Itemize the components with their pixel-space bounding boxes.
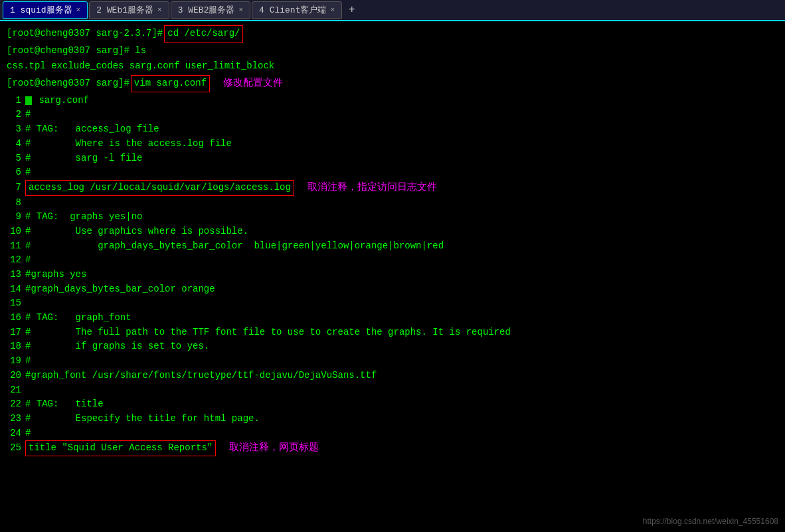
tab-3-label: 3 WEB2服务器: [178, 4, 235, 16]
vim-line-25: 25 title "Squid User Access Reports" 取消注…: [7, 440, 778, 456]
ln-3: 3: [7, 122, 25, 137]
lc-18: # if graphs is set to yes.: [25, 339, 209, 354]
lc-5: # sarg -l file: [25, 151, 142, 166]
ln-1: 1: [7, 94, 25, 108]
vim-line-24: 24 #: [7, 426, 778, 441]
prompt-line-1: [root@cheng0307 sarg-2.3.7]# cd /etc/sar…: [7, 25, 778, 43]
lc-20: #graph_font /usr/share/fonts/truetype/tt…: [25, 369, 377, 383]
tab-3-web2[interactable]: 3 WEB2服务器 ×: [171, 1, 250, 19]
cmd-box-1: cd /etc/sarg/: [164, 25, 243, 43]
vim-line-18: 18 # if graphs is set to yes.: [7, 339, 778, 354]
ln-13: 13: [7, 268, 25, 282]
ln-18: 18: [7, 339, 25, 354]
ln-23: 23: [7, 412, 25, 426]
lc-11: # graph_days_bytes_bar_color blue|green|…: [25, 239, 444, 254]
lc-3: # TAG: access_log file: [25, 122, 159, 137]
ln-21: 21: [7, 383, 25, 398]
lc-14: #graph_days_bytes_bar_color orange: [25, 282, 215, 297]
vim-line-17: 17 # The full path to the TTF font file …: [7, 325, 778, 340]
lc-12: #: [25, 253, 31, 268]
lc-17: # The full path to the TTF font file to …: [25, 325, 511, 340]
prompt-line-2: [root@cheng0307 sarg]# ls: [7, 44, 778, 58]
tab-1-close[interactable]: ×: [76, 6, 81, 14]
lc-7: access_log /usr/local/squid/var/logs/acc…: [25, 180, 294, 196]
ln-7: 7: [7, 181, 25, 195]
prompt-1: [root@cheng0307 sarg-2.3.7]#: [7, 27, 163, 41]
vim-line-8: 8: [7, 196, 778, 211]
prompt-2: [root@cheng0307 sarg]# ls: [7, 44, 146, 58]
vim-line-9: 9 # TAG: graphs yes|no: [7, 210, 778, 224]
tab-2-web1[interactable]: 2 WEb1服务器 ×: [89, 1, 169, 19]
vim-line-1: 1 sarg.conf: [7, 94, 778, 108]
tab-4-client[interactable]: 4 Client客户端 ×: [252, 1, 342, 19]
vim-line-13: 13 #graphs yes: [7, 268, 778, 282]
ln-4: 4: [7, 137, 25, 151]
lc-19: #: [25, 354, 31, 369]
vim-line-3: 3 # TAG: access_log file: [7, 122, 778, 137]
tab-4-label: 4 Client客户端: [259, 4, 326, 16]
vim-line-20: 20 #graph_font /usr/share/fonts/truetype…: [7, 369, 778, 383]
lc-13: #graphs yes: [25, 268, 86, 282]
ln-17: 17: [7, 325, 25, 340]
vim-line-12: 12 #: [7, 253, 778, 268]
vim-line-21: 21: [7, 383, 778, 398]
ln-15: 15: [7, 296, 25, 311]
annotation-vim: 修改配置文件: [223, 76, 283, 91]
ln-9: 9: [7, 210, 25, 224]
ln-14: 14: [7, 282, 25, 297]
ln-16: 16: [7, 311, 25, 325]
lc-1: sarg.conf: [25, 94, 89, 108]
tab-1-label: 1 squid服务器: [10, 4, 72, 16]
tab-1-squid[interactable]: 1 squid服务器 ×: [3, 1, 88, 19]
vim-line-5: 5 # sarg -l file: [7, 151, 778, 166]
lc-24: #: [25, 426, 31, 441]
annotation-line7: 取消注释，指定访问日志文件: [307, 180, 437, 195]
vim-line-15: 15: [7, 296, 778, 311]
ln-10: 10: [7, 224, 25, 239]
vim-line-4: 4 # Where is the access.log file: [7, 137, 778, 151]
ln-2: 2: [7, 108, 25, 122]
tab-bar: 1 squid服务器 × 2 WEb1服务器 × 3 WEB2服务器 × 4 C…: [0, 0, 785, 21]
vim-line-16: 16 # TAG: graph_font: [7, 311, 778, 325]
ln-24: 24: [7, 426, 25, 441]
tab-4-close[interactable]: ×: [330, 6, 335, 14]
vim-line-6: 6 #: [7, 165, 778, 180]
vim-line-2: 2 #: [7, 108, 778, 122]
ln-22: 22: [7, 397, 25, 412]
ln-6: 6: [7, 165, 25, 180]
ln-5: 5: [7, 151, 25, 166]
tab-2-close[interactable]: ×: [157, 6, 162, 14]
ln-8: 8: [7, 196, 25, 211]
tab-add-button[interactable]: +: [343, 4, 361, 16]
vim-line-14: 14 #graph_days_bytes_bar_color orange: [7, 282, 778, 297]
vim-line-23: 23 # Especify the title for html page.: [7, 412, 778, 426]
vim-line-7: 7 access_log /usr/local/squid/var/logs/a…: [7, 180, 778, 196]
file-list-text: css.tpl exclude_codes sarg.conf user_lim…: [7, 59, 274, 74]
watermark: https://blog.csdn.net/weixin_45551608: [643, 515, 778, 528]
prompt-line-4: [root@cheng0307 sarg]# vim sarg.conf 修改配…: [7, 75, 778, 92]
ln-20: 20: [7, 369, 25, 383]
lc-22: # TAG: title: [25, 397, 104, 412]
ln-11: 11: [7, 239, 25, 254]
vim-line-22: 22 # TAG: title: [7, 397, 778, 412]
tab-2-label: 2 WEb1服务器: [96, 4, 153, 16]
cmd-box-vim: vim sarg.conf: [131, 75, 210, 92]
tab-3-close[interactable]: ×: [238, 6, 243, 14]
vim-line-19: 19 #: [7, 354, 778, 369]
annotation-line25: 取消注释，网页标题: [229, 440, 319, 456]
lc-2: #: [25, 108, 31, 122]
prompt-4: [root@cheng0307 sarg]#: [7, 76, 130, 91]
lc-4: # Where is the access.log file: [25, 137, 232, 151]
lc-10: # Use graphics where is possible.: [25, 224, 248, 239]
lc-9: # TAG: graphs yes|no: [25, 210, 142, 224]
lc-16: # TAG: graph_font: [25, 311, 131, 325]
lc-23: # Especify the title for html page.: [25, 412, 260, 426]
vim-line-11: 11 # graph_days_bytes_bar_color blue|gre…: [7, 239, 778, 254]
ln-19: 19: [7, 354, 25, 369]
ln-12: 12: [7, 253, 25, 268]
file-listing: css.tpl exclude_codes sarg.conf user_lim…: [7, 59, 778, 74]
lc-6: #: [25, 165, 31, 180]
ln-25: 25: [7, 441, 25, 456]
vim-line-10: 10 # Use graphics where is possible.: [7, 224, 778, 239]
lc-25: title "Squid User Access Reports": [25, 440, 216, 456]
